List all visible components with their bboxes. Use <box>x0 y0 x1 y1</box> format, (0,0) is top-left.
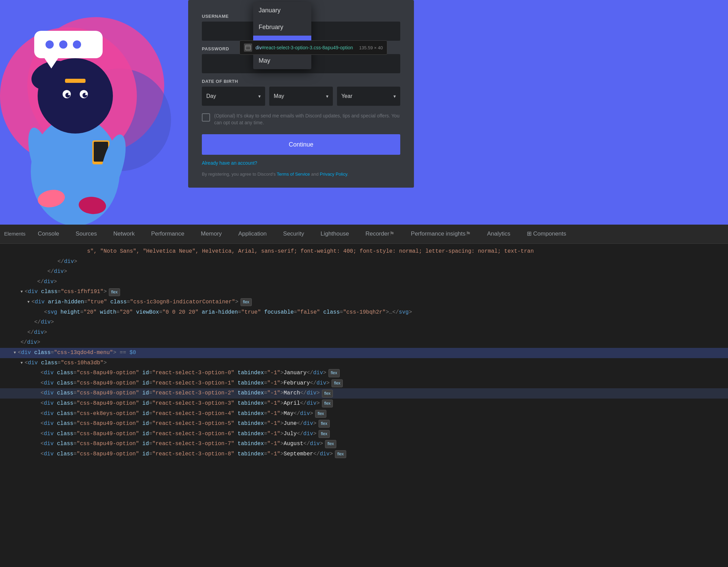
code-line-option-1: <div class="css-8apu49-option" id="react… <box>0 378 728 389</box>
month-option-january[interactable]: January <box>253 2 311 19</box>
svg-point-10 <box>85 93 87 95</box>
svg-rect-4 <box>65 79 86 83</box>
code-line-8: </div> <box>0 317 728 328</box>
code-line-3: </div> <box>0 267 728 277</box>
devtools-tabs-bar: Elements Console Sources Network Perform… <box>0 225 728 244</box>
flex-badge: flex <box>315 410 326 418</box>
tab-sources[interactable]: Sources <box>67 225 105 243</box>
dob-day-select[interactable]: Day ▾ <box>202 87 265 106</box>
svg-point-9 <box>68 93 70 95</box>
terms-text: By registering, you agree to Discord's T… <box>202 171 400 177</box>
svg-rect-22 <box>246 45 250 50</box>
dob-year-select[interactable]: Year ▾ <box>337 87 400 106</box>
code-line-6: <div aria-hidden="true" class="css-1c3og… <box>0 297 728 307</box>
code-line-5: <div class="css-1fhf191" > flex <box>0 287 728 297</box>
devtools-code-area: s", "Noto Sans", "Helvetica Neue", Helve… <box>0 244 728 462</box>
dob-label: DATE OF BIRTH <box>202 79 400 84</box>
tab-console[interactable]: Console <box>30 225 67 243</box>
dob-month-select[interactable]: May ▾ <box>269 87 333 106</box>
tab-performance-insights[interactable]: Performance insights ⚑ <box>403 225 479 243</box>
expand-icon[interactable] <box>21 289 25 295</box>
email-consent-checkbox[interactable] <box>202 113 210 122</box>
code-line-option-8: <div class="css-8apu49-option" id="react… <box>0 449 728 459</box>
svg-rect-13 <box>34 31 103 58</box>
dob-row: Day ▾ May ▾ Year ▾ <box>202 87 400 106</box>
email-consent-label: (Optional) It's okay to send me emails w… <box>214 113 400 126</box>
terms-period: . <box>347 172 349 177</box>
code-line-9: </div> <box>0 328 728 338</box>
expand-icon[interactable] <box>21 360 25 366</box>
code-line-inner: <div class="css-10ha3db" > <box>0 358 728 368</box>
month-dropdown: January February April May <box>253 2 311 69</box>
flex-badge: flex <box>325 440 336 448</box>
terms-of-service-link[interactable]: Terms of Service <box>277 172 310 177</box>
code-line-option-3: <div class="css-8apu49-option" id="react… <box>0 399 728 409</box>
svg-point-16 <box>59 40 67 49</box>
tab-security[interactable]: Security <box>275 225 312 243</box>
code-line-10: </div> <box>0 338 728 348</box>
privacy-policy-link[interactable]: Privacy Policy <box>320 172 347 177</box>
code-line-option-5: <div class="css-8apu49-option" id="react… <box>0 419 728 429</box>
flex-badge: flex <box>322 390 333 398</box>
dob-month-value: May <box>274 93 284 99</box>
tab-components[interactable]: ⊞ Components <box>519 225 574 243</box>
dob-day-value: Day <box>206 93 216 99</box>
dob-month-arrow-icon: ▾ <box>326 93 328 99</box>
background: USERNAME PASSWORD DATE OF BIRTH Day ▾ Ma… <box>0 0 728 226</box>
code-line-7: <svg height="20" width="20" viewBox="0 0… <box>0 307 728 318</box>
tab-memory[interactable]: Memory <box>193 225 230 243</box>
tab-elements[interactable]: Elements <box>0 225 30 243</box>
code-line-option-6: <div class="css-8apu49-option" id="react… <box>0 429 728 439</box>
dob-day-arrow-icon: ▾ <box>258 93 261 99</box>
flex-badge: flex <box>109 288 120 296</box>
flex-badge: flex <box>318 420 330 428</box>
tab-analytics[interactable]: Analytics <box>479 225 519 243</box>
devtools-element-tooltip: div#react-select-3-option-3.css-8apu49-o… <box>239 40 387 55</box>
flex-badge: flex <box>240 298 252 306</box>
devtools-panel: Elements Console Sources Network Perform… <box>0 225 728 567</box>
character-illustration <box>0 0 185 226</box>
code-line-1: s", "Noto Sans", "Helvetica Neue", Helve… <box>0 247 728 257</box>
code-line-option-4: <div class="css-ek8eys-option" id="react… <box>0 409 728 419</box>
svg-point-17 <box>73 40 81 49</box>
tab-lighthouse[interactable]: Lighthouse <box>312 225 357 243</box>
tab-recorder[interactable]: Recorder ⚑ <box>357 225 403 243</box>
month-option-may[interactable]: May <box>253 52 311 69</box>
code-line-option-0: <div class="css-8apu49-option" id="react… <box>0 368 728 378</box>
expand-icon[interactable] <box>14 350 18 356</box>
dob-year-value: Year <box>341 93 352 99</box>
flex-badge: flex <box>335 450 346 458</box>
code-line-option-7: <div class="css-8apu49-option" id="react… <box>0 439 728 449</box>
code-line-menu[interactable]: <div class="css-13qdo4d-menu" > == $0 <box>0 348 728 358</box>
tab-network[interactable]: Network <box>105 225 143 243</box>
tooltip-element-icon <box>244 43 252 52</box>
flex-badge: flex <box>328 369 340 377</box>
already-have-account-link[interactable]: Already have an account? <box>202 160 400 166</box>
month-option-february[interactable]: February <box>253 19 311 36</box>
email-consent-row: (Optional) It's okay to send me emails w… <box>202 113 400 126</box>
continue-button[interactable]: Continue <box>202 134 400 155</box>
svg-point-15 <box>46 40 54 49</box>
dob-year-arrow-icon: ▾ <box>393 93 396 99</box>
dob-section: DATE OF BIRTH Day ▾ May ▾ Year ▾ <box>202 79 400 106</box>
tooltip-size: 135.59 × 40 <box>359 45 383 50</box>
tab-performance[interactable]: Performance <box>143 225 193 243</box>
terms-prefix: By registering, you agree to Discord's <box>202 172 277 177</box>
code-line-4: </div> <box>0 277 728 287</box>
terms-and: and <box>310 172 320 177</box>
code-line-2: </div> <box>0 257 728 267</box>
expand-icon[interactable] <box>27 299 31 305</box>
flex-badge: flex <box>322 400 333 407</box>
tooltip-selector: div#react-select-3-option-3.css-8apu49-o… <box>256 45 353 50</box>
code-line-option-2: <div class="css-8apu49-option" id="react… <box>0 388 728 399</box>
tab-application[interactable]: Application <box>230 225 275 243</box>
flex-badge: flex <box>332 379 343 387</box>
flex-badge: flex <box>318 430 330 438</box>
